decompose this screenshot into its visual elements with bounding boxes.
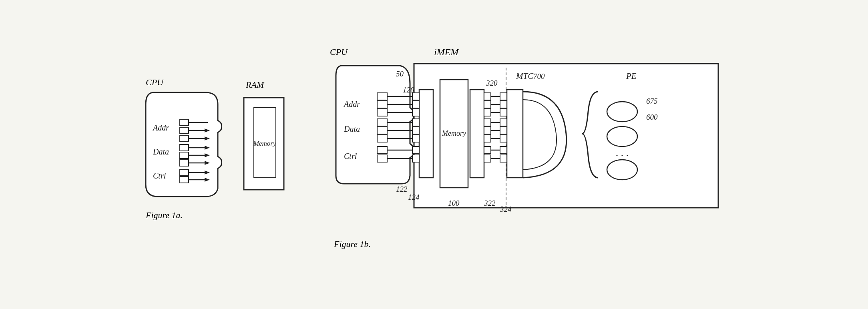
page-container: CPU Addr — [0, 0, 868, 309]
svg-rect-21 — [180, 169, 189, 176]
svg-rect-60 — [412, 146, 419, 154]
svg-rect-58 — [412, 127, 419, 134]
svg-point-93 — [607, 160, 637, 180]
svg-rect-67 — [484, 135, 491, 142]
svg-rect-61 — [412, 155, 419, 162]
svg-rect-68 — [484, 146, 491, 154]
figure-1b: iMEM CPU Addr — [334, 60, 726, 249]
svg-rect-46 — [377, 146, 387, 154]
svg-text:Ctrl: Ctrl — [153, 171, 166, 180]
svg-rect-66 — [484, 127, 491, 134]
ram-svg: Memory — [242, 94, 286, 194]
svg-text:PE: PE — [626, 71, 637, 81]
svg-text:324: 324 — [500, 205, 512, 213]
svg-rect-47 — [377, 155, 387, 162]
svg-text:675: 675 — [646, 97, 658, 105]
svg-text:320: 320 — [486, 79, 498, 87]
svg-text:Ctrl: Ctrl — [344, 152, 357, 161]
svg-rect-57 — [412, 119, 419, 126]
fig1a-diagram: CPU Addr — [142, 88, 286, 201]
svg-text:600: 600 — [646, 113, 658, 121]
svg-text:122: 122 — [396, 185, 408, 193]
svg-rect-24 — [180, 177, 189, 183]
cpu-label-1a: CPU — [146, 77, 163, 88]
svg-rect-87 — [500, 146, 507, 154]
svg-rect-69 — [484, 155, 491, 162]
svg-rect-65 — [484, 119, 491, 126]
figure-1a: CPU Addr — [142, 88, 286, 221]
svg-rect-7 — [180, 135, 189, 142]
svg-rect-84 — [500, 119, 507, 126]
svg-text:Memory: Memory — [253, 140, 276, 147]
svg-rect-85 — [500, 127, 507, 134]
svg-rect-64 — [484, 109, 491, 116]
svg-rect-80 — [507, 90, 523, 178]
svg-rect-82 — [500, 101, 507, 108]
cpu-label-1b: CPU — [330, 47, 348, 57]
svg-rect-17 — [180, 160, 189, 166]
cpu-svg-1a: Addr — [142, 88, 222, 201]
svg-point-90 — [607, 102, 637, 122]
svg-text:50: 50 — [396, 70, 404, 78]
svg-rect-83 — [500, 109, 507, 116]
fig1b-svg: Addr Data — [334, 60, 726, 228]
svg-rect-50 — [419, 90, 433, 178]
svg-text:Data: Data — [344, 124, 360, 133]
svg-text:120: 120 — [403, 86, 414, 94]
svg-text:Memory: Memory — [442, 129, 466, 137]
svg-text:322: 322 — [484, 199, 496, 207]
svg-text:MTC: MTC — [516, 71, 534, 81]
ram-box-1a: RAM Memory — [242, 94, 286, 195]
svg-rect-32 — [377, 93, 387, 100]
svg-rect-55 — [412, 101, 419, 108]
svg-text:100: 100 — [448, 199, 460, 207]
svg-text:124: 124 — [408, 193, 420, 201]
imem-label: iMEM — [434, 47, 458, 58]
svg-rect-40 — [377, 127, 387, 134]
svg-rect-63 — [484, 101, 491, 108]
fig-caption-1b: Figure 1b. — [334, 239, 371, 249]
svg-rect-81 — [500, 93, 507, 100]
svg-rect-53 — [470, 90, 484, 178]
cpu-blob-1a: CPU Addr — [142, 88, 222, 201]
fig1b-wrapper: iMEM CPU Addr — [334, 60, 726, 229]
svg-rect-56 — [412, 109, 419, 116]
svg-rect-41 — [377, 135, 387, 142]
svg-rect-11 — [180, 144, 189, 151]
svg-rect-39 — [377, 119, 387, 126]
svg-text:Addr: Addr — [152, 123, 169, 132]
svg-text:Addr: Addr — [343, 100, 360, 108]
fig-caption-1a: Figure 1a. — [142, 210, 183, 221]
svg-rect-88 — [500, 155, 507, 162]
svg-rect-86 — [500, 135, 507, 142]
svg-rect-14 — [180, 152, 189, 159]
ram-label-1a: RAM — [246, 80, 264, 90]
svg-text:Data: Data — [153, 147, 169, 156]
svg-rect-33 — [377, 101, 387, 108]
svg-rect-1 — [180, 119, 189, 126]
figures-wrapper: CPU Addr — [0, 52, 868, 257]
svg-rect-59 — [412, 135, 419, 142]
svg-rect-4 — [180, 127, 189, 134]
svg-rect-62 — [484, 93, 491, 100]
svg-rect-34 — [377, 109, 387, 116]
svg-text:700: 700 — [533, 72, 545, 80]
svg-point-91 — [607, 126, 637, 146]
